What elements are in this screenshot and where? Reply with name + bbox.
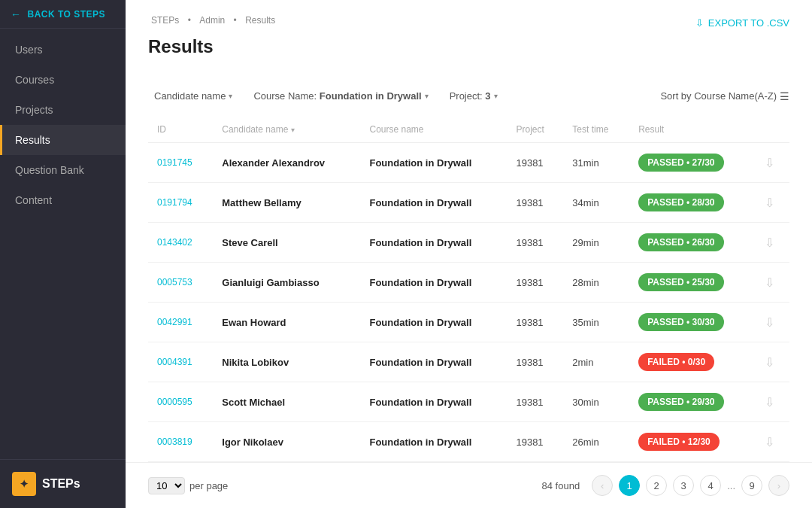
top-toolbar: STEPs • Admin • Results ⇩ EXPORT TO .CSV… (148, 15, 789, 72)
logo-text: STEPs (42, 477, 80, 491)
content-area: STEPs • Admin • Results ⇩ EXPORT TO .CSV… (126, 0, 812, 462)
result-badge: PASSED • 28/30 (638, 193, 723, 211)
cell-test-time: 2min (563, 342, 629, 382)
cell-id: 0042991 (148, 303, 213, 342)
cell-result: FAILED • 0/30 (629, 342, 756, 382)
results-table: ID Candidate name ▾ Course name Project … (148, 117, 789, 462)
sidebar: ← bACK TO STEPS Users Courses Projects R… (0, 0, 126, 508)
project-filter[interactable]: Project: 3 ▾ (444, 87, 504, 105)
download-icon[interactable]: ⇩ (765, 276, 774, 289)
course-name-filter[interactable]: Course Name: Foundation in Drywall ▾ (247, 87, 434, 105)
cell-project: 19381 (507, 263, 563, 303)
download-icon[interactable]: ⇩ (765, 436, 774, 449)
main-content: STEPs • Admin • Results ⇩ EXPORT TO .CSV… (126, 0, 812, 508)
candidate-name-filter[interactable]: Candidate name ▾ (148, 87, 238, 105)
result-badge: PASSED • 30/30 (638, 313, 723, 331)
cell-result: PASSED • 29/30 (629, 382, 756, 422)
cell-project: 19381 (507, 143, 563, 183)
page-4-button[interactable]: 4 (700, 475, 721, 496)
page-3-button[interactable]: 3 (673, 475, 694, 496)
cell-test-time: 35min (563, 303, 629, 342)
download-icon[interactable]: ⇩ (765, 196, 774, 209)
col-test-time: Test time (563, 117, 629, 143)
result-badge: FAILED • 0/30 (638, 353, 714, 371)
cell-course: Foundation in Drywall (360, 143, 507, 183)
cell-id: 0191745 (148, 143, 213, 183)
cell-name: Scott Michael (213, 382, 360, 422)
sort-caret-icon: ▾ (291, 126, 295, 134)
sidebar-nav: Users Courses Projects Results Question … (0, 29, 126, 459)
cell-result: FAILED • 12/30 (629, 422, 756, 462)
table-row: 0191745 Alexander Alexandrov Foundation … (148, 143, 789, 183)
export-button[interactable]: ⇩ EXPORT TO .CSV (695, 17, 789, 29)
table-row: 0003819 Igor Nikolaev Foundation in Dryw… (148, 422, 789, 462)
download-icon[interactable]: ⇩ (765, 157, 774, 169)
cell-project: 19381 (507, 422, 563, 462)
next-page-button[interactable]: › (768, 475, 789, 496)
cell-id: 0005753 (148, 263, 213, 303)
page-1-button[interactable]: 1 (619, 475, 640, 496)
sidebar-item-content[interactable]: Content (0, 185, 126, 215)
table-row: 0004391 Nikita Lobikov Foundation in Dry… (148, 342, 789, 382)
cell-download[interactable]: ⇩ (756, 183, 789, 223)
table-row: 0042991 Ewan Howard Foundation in Drywal… (148, 303, 789, 342)
cell-download[interactable]: ⇩ (756, 342, 789, 382)
cell-download[interactable]: ⇩ (756, 382, 789, 422)
page-9-button[interactable]: 9 (741, 475, 762, 496)
col-id: ID (148, 117, 213, 143)
page-2-button[interactable]: 2 (646, 475, 667, 496)
cell-course: Foundation in Drywall (360, 303, 507, 342)
back-label: bACK TO STEPS (28, 9, 106, 20)
cell-id: 0191794 (148, 183, 213, 223)
cell-id: 0004391 (148, 342, 213, 382)
sort-control[interactable]: Sort by Course Name(A-Z) ☰ (660, 90, 789, 102)
cell-download[interactable]: ⇩ (756, 143, 789, 183)
cell-download[interactable]: ⇩ (756, 263, 789, 303)
download-icon[interactable]: ⇩ (765, 356, 774, 369)
chevron-down-icon: ▾ (494, 92, 498, 100)
download-icon[interactable]: ⇩ (765, 236, 774, 249)
cell-result: PASSED • 25/30 (629, 263, 756, 303)
col-course-name: Course name (360, 117, 507, 143)
result-badge: PASSED • 29/30 (638, 393, 723, 411)
col-result: Result (629, 117, 756, 143)
cell-name: Igor Nikolaev (213, 422, 360, 462)
cell-name: Matthew Bellamy (213, 183, 360, 223)
cell-download[interactable]: ⇩ (756, 223, 789, 263)
prev-page-button[interactable]: ‹ (592, 475, 613, 496)
cell-download[interactable]: ⇩ (756, 303, 789, 342)
download-icon[interactable]: ⇩ (765, 316, 774, 329)
page-ellipsis: ... (727, 480, 735, 491)
cell-id: 0003819 (148, 422, 213, 462)
result-badge: PASSED • 26/30 (638, 233, 723, 251)
export-label: EXPORT TO .CSV (708, 17, 789, 29)
table-row: 0005753 Gianluigi Gambiasso Foundation i… (148, 263, 789, 303)
cell-name: Steve Carell (213, 223, 360, 263)
cell-course: Foundation in Drywall (360, 263, 507, 303)
cell-test-time: 26min (563, 422, 629, 462)
pagination-bar: 10 25 50 per page 84 found ‹ 1 2 3 4 ...… (126, 462, 812, 508)
cell-project: 19381 (507, 223, 563, 263)
cell-test-time: 30min (563, 382, 629, 422)
table-row: 0191794 Matthew Bellamy Foundation in Dr… (148, 183, 789, 223)
sidebar-item-courses[interactable]: Courses (0, 65, 126, 95)
cell-test-time: 34min (563, 183, 629, 223)
cell-test-time: 31min (563, 143, 629, 183)
sidebar-item-results[interactable]: Results (0, 125, 126, 155)
cell-test-time: 28min (563, 263, 629, 303)
sidebar-item-users[interactable]: Users (0, 35, 126, 65)
cell-id: 0143402 (148, 223, 213, 263)
cell-download[interactable]: ⇩ (756, 422, 789, 462)
per-page-label: per page (189, 480, 228, 491)
sidebar-item-projects[interactable]: Projects (0, 95, 126, 125)
sidebar-item-question-bank[interactable]: Question Bank (0, 155, 126, 185)
breadcrumb: STEPs • Admin • Results (148, 15, 278, 26)
download-icon[interactable]: ⇩ (765, 396, 774, 409)
result-badge: PASSED • 27/30 (638, 154, 723, 172)
per-page-control: 10 25 50 per page (148, 477, 228, 494)
col-candidate-name[interactable]: Candidate name ▾ (213, 117, 360, 143)
cell-project: 19381 (507, 303, 563, 342)
back-to-steps-button[interactable]: ← bACK TO STEPS (0, 0, 126, 29)
per-page-select[interactable]: 10 25 50 (148, 477, 185, 494)
chevron-down-icon: ▾ (425, 92, 429, 100)
